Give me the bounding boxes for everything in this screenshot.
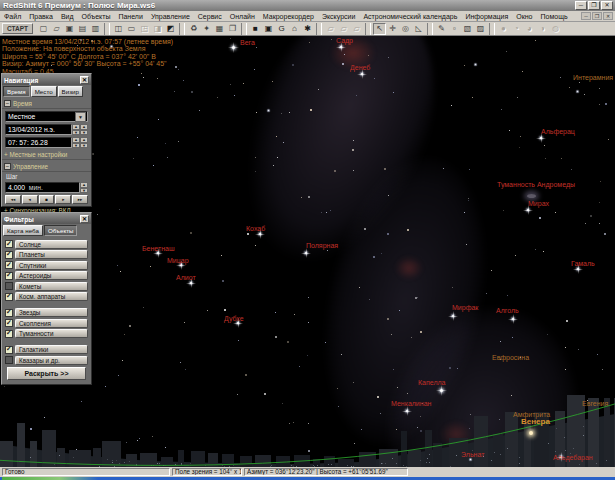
- time-spinner-2[interactable]: ▲▼: [80, 137, 88, 148]
- time-spinner[interactable]: ▲▼: [72, 137, 80, 148]
- window-layout-button[interactable]: ❐: [226, 23, 239, 35]
- menu-item[interactable]: Вид: [57, 13, 78, 20]
- menu-item[interactable]: Экскурсии: [318, 13, 359, 20]
- tab-sky-map[interactable]: Карта неба: [3, 225, 43, 236]
- close-icon[interactable]: ✕: [80, 215, 89, 223]
- step-spinner[interactable]: ▲▼: [80, 182, 88, 193]
- tools-button[interactable]: ✱: [301, 23, 314, 35]
- filter-button[interactable]: Туманности: [15, 329, 88, 338]
- filter-checkbox[interactable]: [5, 330, 13, 338]
- tab-place[interactable]: Место: [31, 86, 57, 97]
- start-button[interactable]: СТАРТ: [2, 23, 33, 34]
- new-file-button[interactable]: ▢: [37, 23, 50, 35]
- menu-item[interactable]: Управление: [147, 13, 194, 20]
- filter-checkbox[interactable]: [5, 272, 13, 280]
- display-settings-button[interactable]: ◫: [112, 23, 125, 35]
- print-preview-button[interactable]: ▥: [89, 23, 102, 35]
- filters-panel-header[interactable]: Фильтры ✕: [2, 213, 91, 224]
- print-button[interactable]: ▤: [76, 23, 89, 35]
- menu-item[interactable]: Файл: [0, 13, 25, 20]
- step-input[interactable]: 4.000 мин.: [5, 182, 80, 193]
- zoom-button[interactable]: ◎: [399, 23, 412, 35]
- loop-macro-button[interactable]: ◑: [536, 23, 549, 35]
- stop-button[interactable]: ■: [39, 195, 55, 204]
- tab-objects[interactable]: Объекты: [44, 225, 78, 236]
- sky-grid-button[interactable]: ▦: [213, 23, 226, 35]
- mdi-restore-button[interactable]: ❐: [592, 12, 602, 20]
- filter-checkbox[interactable]: [5, 309, 13, 317]
- filter-checkbox[interactable]: [5, 319, 13, 327]
- go-to-button[interactable]: G: [275, 23, 288, 35]
- select-cursor-button[interactable]: ↖: [373, 23, 386, 35]
- deep-sky-button[interactable]: ■: [249, 23, 262, 35]
- tab-aim[interactable]: Визир: [58, 86, 83, 97]
- menu-item[interactable]: Информация: [461, 13, 512, 20]
- camera-macro-button[interactable]: ◍: [549, 23, 562, 35]
- filter-checkbox[interactable]: [5, 293, 13, 301]
- filter-checkbox[interactable]: [5, 346, 13, 354]
- time-input[interactable]: 07: 57: 26.28: [5, 137, 72, 148]
- draw-button[interactable]: ✎: [435, 23, 448, 35]
- filter-button[interactable]: Кометы: [15, 282, 88, 291]
- collapse-icon[interactable]: −: [4, 100, 11, 107]
- filter-button[interactable]: Астероиды: [15, 271, 88, 280]
- restore-button[interactable]: ❐: [588, 1, 600, 10]
- pan-hand-button[interactable]: ✛: [386, 23, 399, 35]
- menu-item[interactable]: Сервис: [194, 13, 226, 20]
- play-macro-button[interactable]: ◔: [510, 23, 523, 35]
- filter-button[interactable]: Звезды: [15, 308, 88, 317]
- filter-button[interactable]: Галактики: [15, 345, 88, 354]
- filter-checkbox[interactable]: [5, 261, 13, 269]
- date-input[interactable]: 13/04/2012 н.э.: [5, 124, 72, 135]
- select-area-button[interactable]: ▫: [448, 23, 461, 35]
- capture-button[interactable]: ◨: [151, 23, 164, 35]
- filter-button[interactable]: Косм. аппараты: [15, 292, 88, 301]
- minimize-button[interactable]: ─: [575, 1, 587, 10]
- photo-view-button[interactable]: ▣: [262, 23, 275, 35]
- collapse-icon[interactable]: −: [4, 163, 11, 170]
- step-backward-button[interactable]: ◂: [22, 195, 38, 204]
- save-button[interactable]: ▣: [63, 23, 76, 35]
- mdi-minimize-button[interactable]: ─: [581, 12, 591, 20]
- pause-macro-button[interactable]: ◕: [523, 23, 536, 35]
- menu-item[interactable]: Правка: [25, 13, 57, 20]
- record-macro-button[interactable]: ●: [497, 23, 510, 35]
- local-settings-header[interactable]: + Местные настройки: [2, 150, 91, 160]
- mdi-close-button[interactable]: ✕: [603, 12, 613, 20]
- panels-button[interactable]: ▭: [125, 23, 138, 35]
- time-mode-select[interactable]: Местное ▼: [5, 111, 88, 122]
- link-view-button[interactable]: ◳: [138, 23, 151, 35]
- chevron-down-icon[interactable]: ▼: [75, 112, 86, 122]
- filter-button[interactable]: Квазары и др.: [15, 356, 88, 365]
- restore-view-button[interactable]: ♻: [187, 23, 200, 35]
- close-button[interactable]: ✕: [601, 1, 613, 10]
- angle-measure-button[interactable]: ◺: [412, 23, 425, 35]
- menu-item[interactable]: Онлайн: [226, 13, 259, 20]
- menu-item[interactable]: Панели: [114, 13, 146, 20]
- navigator-panel-header[interactable]: Навигация ✕: [2, 74, 91, 85]
- filter-checkbox[interactable]: [5, 282, 13, 290]
- menu-item[interactable]: Астрономический календарь: [359, 13, 461, 20]
- filter-checkbox[interactable]: [5, 240, 13, 248]
- fast-forward-button[interactable]: ▸▸: [72, 195, 88, 204]
- chart-button[interactable]: ▧: [461, 23, 474, 35]
- report-button[interactable]: ▨: [474, 23, 487, 35]
- filter-button[interactable]: Скопления: [15, 319, 88, 328]
- step-forward-button[interactable]: ▸: [55, 195, 71, 204]
- find-object-button[interactable]: ✦: [200, 23, 213, 35]
- filter-checkbox[interactable]: [5, 251, 13, 259]
- fast-backward-button[interactable]: ◂◂: [5, 195, 21, 204]
- menu-item[interactable]: Макрорекордер: [259, 13, 318, 20]
- menu-item[interactable]: Окно: [512, 13, 536, 20]
- filter-button[interactable]: Планеты: [15, 250, 88, 259]
- home-position-button[interactable]: ⌂: [288, 23, 301, 35]
- date-spinner[interactable]: ▲▼: [72, 124, 80, 135]
- open-file-button[interactable]: ▱: [50, 23, 63, 35]
- menu-item[interactable]: Объекты: [78, 13, 115, 20]
- filter-checkbox[interactable]: [5, 356, 13, 364]
- tab-time[interactable]: Время: [3, 86, 30, 97]
- close-icon[interactable]: ✕: [80, 76, 89, 84]
- menu-item[interactable]: Помощь: [537, 13, 572, 20]
- sky-view[interactable]: [0, 36, 615, 467]
- date-spinner-2[interactable]: ▲▼: [80, 124, 88, 135]
